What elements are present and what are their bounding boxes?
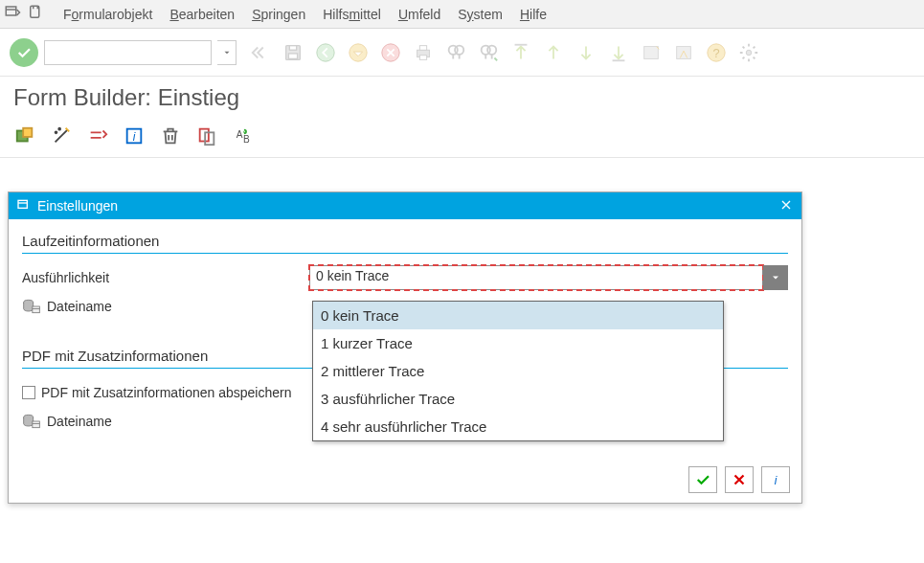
save-icon[interactable] bbox=[281, 40, 305, 65]
display-icon[interactable] bbox=[13, 124, 36, 147]
svg-text:?: ? bbox=[712, 45, 719, 59]
dropdown-option[interactable]: 1 kurzer Trace bbox=[313, 329, 723, 357]
translate-icon[interactable]: AB bbox=[232, 124, 255, 147]
exit-circle-icon[interactable] bbox=[346, 40, 371, 65]
command-dropdown[interactable] bbox=[217, 40, 237, 65]
find-next-icon[interactable] bbox=[476, 40, 501, 65]
menu-items: Formularobjekt Bearbeiten Springen Hilfs… bbox=[63, 7, 547, 22]
info-icon[interactable]: i bbox=[123, 124, 146, 147]
svg-text:i: i bbox=[775, 474, 778, 487]
menu-system[interactable]: System bbox=[458, 7, 503, 22]
enter-button[interactable] bbox=[10, 38, 38, 67]
new-session-icon[interactable] bbox=[639, 40, 664, 65]
first-page-icon[interactable] bbox=[508, 40, 533, 65]
svg-point-5 bbox=[317, 43, 334, 60]
menu-umfeld[interactable]: Umfeld bbox=[398, 7, 440, 22]
verbosity-value[interactable]: 0 kein Trace bbox=[309, 265, 763, 290]
cancel-circle-icon[interactable] bbox=[378, 40, 403, 65]
dialog-titlebar: Einstellungen bbox=[9, 192, 801, 219]
label-filename-2: Dateiname bbox=[47, 414, 112, 429]
print-icon[interactable] bbox=[411, 40, 436, 65]
svg-text:i: i bbox=[133, 130, 136, 144]
svg-point-22 bbox=[56, 131, 57, 133]
svg-point-19 bbox=[746, 50, 752, 56]
last-page-icon[interactable] bbox=[606, 40, 631, 65]
verbosity-dropdown-list[interactable]: 0 kein Trace 1 kurzer Trace 2 mittlerer … bbox=[312, 301, 724, 441]
find-icon[interactable] bbox=[443, 40, 468, 65]
svg-rect-21 bbox=[23, 128, 32, 137]
svg-rect-0 bbox=[6, 7, 16, 15]
dropdown-option[interactable]: 2 mittlerer Trace bbox=[313, 357, 723, 385]
ok-button[interactable] bbox=[688, 466, 717, 493]
label-filename-1: Dateiname bbox=[47, 299, 112, 314]
check-icon[interactable] bbox=[86, 124, 109, 147]
main-toolbar: ? bbox=[0, 29, 924, 77]
copy-icon[interactable] bbox=[195, 124, 218, 147]
svg-rect-16 bbox=[677, 46, 691, 58]
shortcut-icon[interactable] bbox=[671, 40, 696, 65]
help-icon[interactable]: ? bbox=[704, 40, 729, 65]
svg-text:A: A bbox=[237, 129, 243, 140]
menu-bearbeiten[interactable]: Bearbeiten bbox=[169, 7, 235, 22]
back-circle-icon[interactable] bbox=[313, 40, 338, 65]
menu-formularobjekt[interactable]: Formularobjekt bbox=[63, 7, 152, 22]
file-db-icon-2 bbox=[22, 413, 41, 430]
window-menu-icon[interactable] bbox=[4, 4, 21, 24]
settings-icon[interactable] bbox=[736, 40, 761, 65]
menu-hilfsmittel[interactable]: Hilfsmittel bbox=[323, 7, 381, 22]
svg-rect-4 bbox=[288, 53, 297, 57]
menu-springen[interactable]: Springen bbox=[252, 7, 305, 22]
svg-rect-9 bbox=[419, 45, 426, 50]
verbosity-combobox[interactable]: 0 kein Trace bbox=[309, 265, 788, 290]
back-icon[interactable] bbox=[248, 40, 273, 65]
transaction-icon[interactable] bbox=[27, 4, 44, 24]
dropdown-option[interactable]: 0 kein Trace bbox=[313, 302, 723, 329]
page-title: Form Builder: Einstieg bbox=[0, 77, 924, 121]
menubar: Formularobjekt Bearbeiten Springen Hilfs… bbox=[0, 0, 924, 29]
dropdown-option[interactable]: 4 sehr ausführlicher Trace bbox=[313, 413, 723, 440]
menu-hilfe[interactable]: Hilfe bbox=[520, 7, 547, 22]
svg-rect-30 bbox=[18, 200, 27, 208]
file-db-icon bbox=[22, 298, 41, 315]
cancel-button[interactable] bbox=[725, 466, 754, 493]
pdf-extra-checkbox[interactable] bbox=[22, 386, 35, 399]
dialog-title: Einstellungen bbox=[37, 198, 118, 214]
dialog-close-button[interactable] bbox=[778, 197, 794, 215]
svg-rect-32 bbox=[33, 306, 40, 313]
delete-icon[interactable] bbox=[159, 124, 182, 147]
svg-rect-10 bbox=[419, 55, 426, 59]
command-field[interactable] bbox=[44, 40, 212, 65]
next-page-icon[interactable] bbox=[574, 40, 598, 65]
verbosity-drop-button[interactable] bbox=[763, 265, 788, 290]
prev-page-icon[interactable] bbox=[541, 40, 566, 65]
svg-rect-3 bbox=[289, 45, 296, 50]
dialog-footer: i bbox=[9, 457, 801, 503]
group-runtime-title: Laufzeitinformationen bbox=[22, 233, 788, 254]
svg-point-23 bbox=[58, 128, 60, 130]
svg-point-12 bbox=[455, 45, 463, 54]
dropdown-option[interactable]: 3 ausführlicher Trace bbox=[313, 385, 723, 413]
info-button[interactable]: i bbox=[761, 466, 790, 493]
label-pdf-extra: PDF mit Zusatzinformationen abspeichern bbox=[41, 385, 291, 400]
svg-rect-34 bbox=[33, 421, 40, 428]
wizard-icon[interactable] bbox=[50, 124, 73, 147]
svg-point-14 bbox=[487, 45, 496, 54]
svg-rect-15 bbox=[644, 46, 659, 58]
dialog-icon bbox=[16, 197, 32, 215]
label-verbosity: Ausführlichkeit bbox=[22, 270, 300, 285]
sub-toolbar: i AB bbox=[0, 121, 924, 158]
svg-text:B: B bbox=[243, 134, 250, 145]
